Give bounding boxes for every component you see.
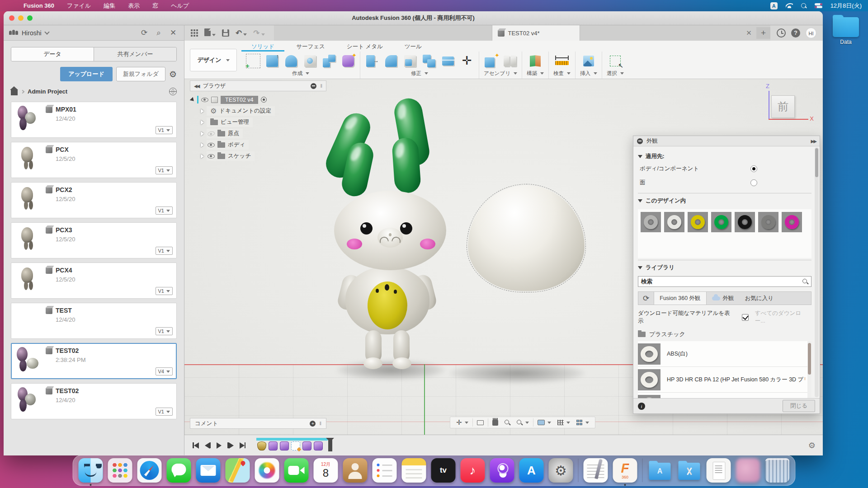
dock-document-icon[interactable] (707, 458, 731, 483)
material-swatch[interactable] (735, 212, 755, 232)
feature-form-icon[interactable] (280, 441, 289, 450)
workspace-selector[interactable]: デザイン (190, 49, 237, 71)
file-menu-icon[interactable] (204, 28, 216, 38)
dock-maps-icon[interactable] (226, 458, 250, 483)
dock-sysprefs-icon[interactable]: ⚙ (549, 458, 573, 483)
comment-grip-icon[interactable]: ‖ (319, 421, 321, 426)
insert-image-icon[interactable] (581, 54, 596, 68)
select-icon[interactable]: ↖ (608, 54, 623, 68)
dock-dialog-icon[interactable]: ▶▶ (811, 139, 816, 144)
expand-icon[interactable] (190, 97, 196, 103)
inspect-group-label[interactable]: 検査 (553, 70, 571, 79)
joint-icon[interactable] (503, 54, 517, 68)
tab-shared-members[interactable]: 共有メンバー (94, 47, 176, 61)
dock-launchpad-icon[interactable] (108, 458, 132, 483)
section-collapse-icon[interactable] (638, 266, 642, 269)
dock-podcasts-icon[interactable] (490, 458, 514, 483)
feature-coil-icon[interactable] (257, 441, 266, 450)
save-icon[interactable] (222, 29, 229, 37)
section-collapse-icon[interactable] (638, 155, 642, 158)
dock-mail-icon[interactable] (196, 458, 221, 483)
appearance-header[interactable]: 外観 ▶▶ (633, 136, 820, 146)
tab-sheet-metal[interactable]: シート メタル (337, 42, 393, 52)
material-row[interactable]: HP 3D HR CB PA 12 (HP Jet Fusion 580 カラー… (638, 367, 811, 393)
material-swatch[interactable] (664, 212, 684, 232)
browser-header[interactable]: ◀◀ ブラウザ ‖ (190, 80, 326, 91)
menu-file[interactable]: ファイル (67, 2, 91, 10)
dock-messages-icon[interactable] (167, 458, 191, 483)
dock-appstore-icon[interactable]: A (519, 458, 544, 483)
close-dialog-button[interactable]: 閉じる (783, 400, 815, 412)
dock-finder-icon[interactable] (79, 458, 103, 483)
breadcrumb-project[interactable]: Admin Project (28, 88, 67, 95)
viewports-icon[interactable] (574, 420, 591, 425)
timeline-marker[interactable] (328, 438, 332, 451)
new-folder-button[interactable]: 新規フォルダ (116, 67, 165, 81)
timeline-track[interactable] (256, 438, 332, 453)
collapse-browser-icon[interactable]: ◀◀ (194, 84, 199, 89)
dock-contacts-icon[interactable] (343, 458, 368, 483)
material-swatch[interactable] (641, 212, 661, 232)
browser-minimize-icon[interactable] (311, 83, 316, 89)
search-icon[interactable] (802, 279, 808, 285)
expand-icon[interactable] (201, 120, 204, 125)
panel-settings-icon[interactable]: ⚙ (169, 69, 177, 80)
material-swatch[interactable] (688, 212, 708, 232)
menu-view[interactable]: 表示 (128, 2, 140, 10)
category-plastic[interactable]: プラスチック (638, 330, 811, 338)
zoom-icon[interactable] (502, 420, 513, 426)
version-dropdown[interactable]: V1 (156, 287, 173, 295)
close-panel-icon[interactable]: ✕ (168, 28, 179, 38)
radio-face[interactable] (750, 179, 757, 186)
view-cube[interactable]: Z 前 X (765, 83, 815, 128)
help-icon[interactable]: ? (791, 28, 800, 38)
extrude-icon[interactable]: ↑ (265, 54, 279, 68)
browser-tree-row[interactable]: ⚙ ドキュメントの設定 (191, 105, 326, 117)
web-view-icon[interactable] (169, 88, 177, 95)
modify-group-label[interactable]: 修正 (411, 70, 428, 79)
spotlight-icon[interactable] (801, 3, 807, 9)
create-group-label[interactable]: 作成 (292, 70, 309, 79)
menu-date[interactable]: 12月8日(火) (830, 2, 862, 10)
grid-settings-icon[interactable] (555, 420, 572, 425)
tab-favorites[interactable]: お気に入り (740, 292, 779, 305)
version-dropdown[interactable]: V1 (156, 166, 173, 174)
project-card[interactable]: PCX2 12/5/20 V1 (11, 182, 177, 218)
material-row[interactable]: ABS(白) (638, 341, 811, 367)
section-collapse-icon[interactable] (638, 199, 642, 202)
visibility-eye-icon[interactable] (207, 131, 215, 136)
activate-component-icon[interactable] (261, 97, 267, 103)
construct-group-label[interactable]: 構築 (527, 70, 544, 79)
combine-icon[interactable] (422, 54, 436, 68)
visibility-eye-icon[interactable] (208, 154, 215, 159)
wifi-icon[interactable] (786, 3, 793, 8)
project-card[interactable]: PCX3 12/5/20 V1 (11, 222, 177, 258)
team-chevron-icon[interactable] (44, 29, 49, 34)
assemble-group-label[interactable]: アセンブリ (484, 70, 517, 79)
step-back-icon[interactable] (205, 442, 211, 449)
undo-icon[interactable]: ↶ (236, 28, 247, 38)
measure-icon[interactable] (555, 54, 569, 68)
version-dropdown[interactable]: V1 (156, 327, 173, 335)
version-dropdown[interactable]: V1 (156, 126, 173, 134)
dock-appletv-icon[interactable]: tv (431, 458, 456, 483)
feature-form-icon[interactable] (314, 441, 323, 450)
library-refresh-icon[interactable]: ⟳ (638, 294, 654, 303)
move-copy-icon[interactable]: ✛ (460, 54, 474, 68)
download-all-link[interactable]: すべてのダウンロー... (755, 310, 811, 325)
comment-bar[interactable]: コメント + ‖ (190, 418, 326, 429)
material-scrollbar[interactable] (807, 341, 811, 398)
project-card[interactable]: TEST 12/4/20 V1 (11, 303, 177, 339)
material-row[interactable]: Orgasol® Invent Smooth – PA 12 (638, 393, 811, 398)
redo-icon[interactable]: ↷ (253, 28, 264, 38)
display-settings-icon[interactable] (535, 420, 553, 425)
material-swatch[interactable] (711, 212, 731, 232)
expand-icon[interactable] (201, 109, 204, 113)
dock-facetime-icon[interactable] (284, 458, 309, 483)
browser-tree-row[interactable]: 原点 (191, 128, 326, 139)
step-forward-icon[interactable] (227, 442, 234, 449)
rabbit-foot-right[interactable] (392, 357, 411, 369)
visibility-eye-icon[interactable] (201, 98, 208, 102)
input-source-icon[interactable]: A (770, 2, 778, 9)
dock-calendar-icon[interactable]: 12月 8 (314, 458, 338, 483)
